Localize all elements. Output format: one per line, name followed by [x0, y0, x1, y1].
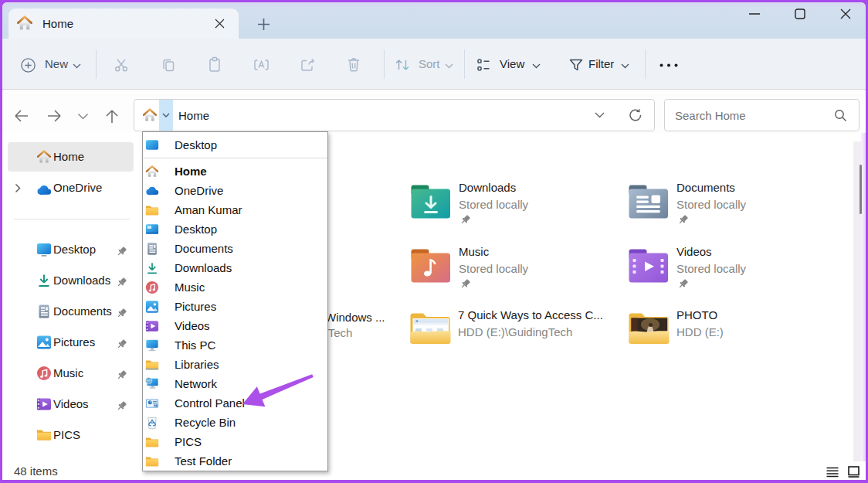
svg-text:2: 2 [154, 404, 156, 407]
